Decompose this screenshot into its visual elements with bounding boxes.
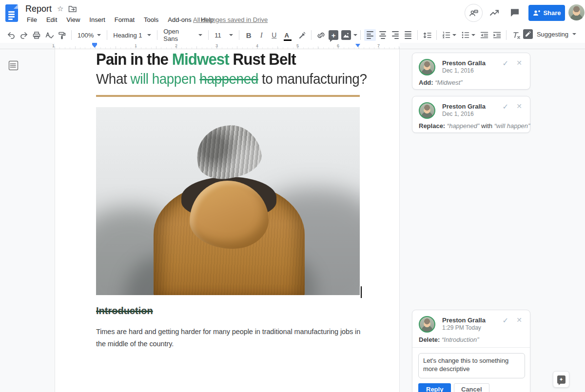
highlight-color-button[interactable]	[296, 29, 308, 41]
insert-link-button[interactable]	[315, 29, 327, 41]
document-page[interactable]: Pain in the Midwest Rust Belt What will …	[55, 49, 400, 392]
bold-button[interactable]: B	[243, 29, 254, 41]
document-title[interactable]: Report	[25, 4, 52, 14]
increase-indent-button[interactable]	[491, 29, 503, 41]
align-left-button[interactable]	[364, 29, 376, 41]
menu-format[interactable]: Format	[113, 15, 136, 24]
doc-heading-2: What will happen happened to manufacturi…	[96, 71, 367, 87]
spellcheck-button[interactable]	[43, 29, 55, 41]
doc-heading-1: Pain in the Midwest Rust Belt	[96, 50, 296, 69]
align-right-button[interactable]	[390, 29, 401, 41]
menu-tools[interactable]: Tools	[142, 15, 160, 24]
reject-suggestion-icon[interactable]: ✕	[516, 102, 522, 110]
card-divider	[412, 347, 530, 348]
cancel-button[interactable]: Cancel	[454, 383, 489, 392]
align-justify-button[interactable]	[402, 29, 414, 41]
redo-button[interactable]	[18, 29, 30, 41]
share-button[interactable]: Share	[528, 5, 565, 21]
menubar: File Edit View Insert Format Tools Add-o…	[25, 15, 215, 24]
zoom-select[interactable]: 100%	[75, 29, 104, 41]
commenter-name: Preston Gralla	[442, 103, 486, 110]
ruler[interactable]: 1 1 2 3 4 5 6 7	[0, 43, 585, 49]
move-folder-icon[interactable]	[68, 5, 77, 13]
commenter-name: Preston Gralla	[442, 59, 486, 67]
suggesting-pencil-icon	[523, 29, 533, 39]
paint-format-button[interactable]	[56, 29, 68, 41]
undo-button[interactable]	[5, 29, 17, 41]
horizontal-rule	[96, 95, 360, 97]
edit-history-button[interactable]	[465, 4, 483, 22]
suggestion-text: Replace: “happened” with “will happen”	[419, 122, 530, 130]
menu-addons[interactable]: Add-ons	[166, 15, 193, 24]
suggestion-card-add[interactable]: Preston Gralla Dec 1, 2016 ✓ ✕ Add: “Mid…	[412, 53, 530, 90]
suggested-insertion: will happen	[131, 71, 196, 87]
paragraph-style-select[interactable]: Heading 1	[110, 29, 154, 41]
insights-icon[interactable]	[489, 8, 500, 18]
menu-insert[interactable]: Insert	[88, 15, 107, 24]
comment-date: Dec 1, 2016	[442, 67, 474, 74]
print-button[interactable]	[31, 29, 42, 41]
body-paragraph: Times are hard and getting harder for ma…	[96, 326, 368, 350]
italic-button[interactable]: I	[255, 29, 267, 41]
chevron-down-icon	[572, 33, 576, 35]
chevron-down-icon	[229, 34, 233, 36]
reject-suggestion-icon[interactable]: ✕	[516, 59, 522, 67]
user-avatar[interactable]	[568, 4, 585, 20]
explore-button[interactable]: ✦	[553, 371, 569, 388]
ruler-strip	[55, 43, 400, 49]
chevron-down-icon	[147, 34, 151, 36]
right-indent-marker[interactable]	[355, 44, 360, 47]
commenter-avatar	[419, 102, 435, 119]
insert-image-button[interactable]	[340, 29, 352, 41]
star-icon[interactable]: ☆	[57, 4, 63, 13]
document-outline-button[interactable]	[8, 60, 19, 71]
share-person-icon	[532, 10, 540, 16]
suggested-deletion: happened	[199, 71, 258, 87]
numbered-list-button[interactable]	[440, 29, 452, 41]
header: Report ☆ File Edit View Insert Format To…	[0, 0, 585, 27]
document-image[interactable]	[96, 107, 360, 295]
reject-suggestion-icon[interactable]: ✕	[516, 316, 522, 324]
menu-edit[interactable]: Edit	[45, 15, 58, 24]
line-spacing-button[interactable]	[421, 29, 433, 41]
menu-file[interactable]: File	[25, 15, 39, 24]
suggestion-card-delete[interactable]: Preston Gralla 1:29 PM Today ✓ ✕ Delete:…	[412, 310, 530, 392]
commenter-avatar	[419, 316, 435, 333]
person-beanie	[193, 121, 264, 182]
save-status-link[interactable]: All changes saved in Drive	[193, 16, 268, 23]
comment-date: Dec 1, 2016	[442, 111, 474, 117]
accept-suggestion-icon[interactable]: ✓	[502, 102, 508, 111]
numbered-list-caret[interactable]	[452, 34, 456, 36]
commenter-name: Preston Gralla	[442, 317, 486, 324]
text-color-button[interactable]: A	[281, 29, 292, 41]
main-area: Pain in the Midwest Rust Belt What will …	[0, 49, 585, 392]
accept-suggestion-icon[interactable]: ✓	[502, 316, 508, 325]
decrease-indent-button[interactable]	[478, 29, 490, 41]
reply-input[interactable]: Let's change this to something more desc…	[418, 353, 525, 378]
suggestion-text: Add: “Midwest”	[419, 79, 463, 86]
text-cursor	[361, 286, 362, 298]
editing-mode-select[interactable]: Suggesting	[523, 29, 576, 39]
font-family-select[interactable]: Open Sans	[160, 29, 205, 41]
accept-suggestion-icon[interactable]: ✓	[502, 59, 508, 68]
explore-icon: ✦	[557, 375, 566, 384]
menu-view[interactable]: View	[65, 15, 81, 24]
suggestion-card-replace[interactable]: Preston Gralla Dec 1, 2016 ✓ ✕ Replace: …	[412, 96, 530, 133]
clear-formatting-button[interactable]	[510, 29, 522, 41]
add-comment-button[interactable]: +	[328, 29, 339, 41]
commenter-avatar	[419, 59, 435, 75]
bulleted-list-button[interactable]	[459, 29, 471, 41]
bulleted-list-caret[interactable]	[471, 34, 475, 36]
person-comment-icon	[469, 9, 479, 18]
underline-button[interactable]: U	[268, 29, 280, 41]
section-heading: Introduction	[96, 305, 156, 317]
google-docs-app: Report ☆ File Edit View Insert Format To…	[0, 0, 585, 392]
font-size-select[interactable]: 11	[212, 29, 236, 41]
align-center-button[interactable]	[377, 29, 389, 41]
image-options-caret[interactable]	[353, 34, 357, 36]
comment-date: 1:29 PM Today	[442, 324, 481, 331]
left-indent-marker[interactable]	[92, 43, 97, 48]
comments-icon[interactable]	[509, 8, 520, 18]
reply-button[interactable]: Reply	[418, 383, 451, 392]
docs-logo-icon[interactable]	[5, 4, 18, 22]
